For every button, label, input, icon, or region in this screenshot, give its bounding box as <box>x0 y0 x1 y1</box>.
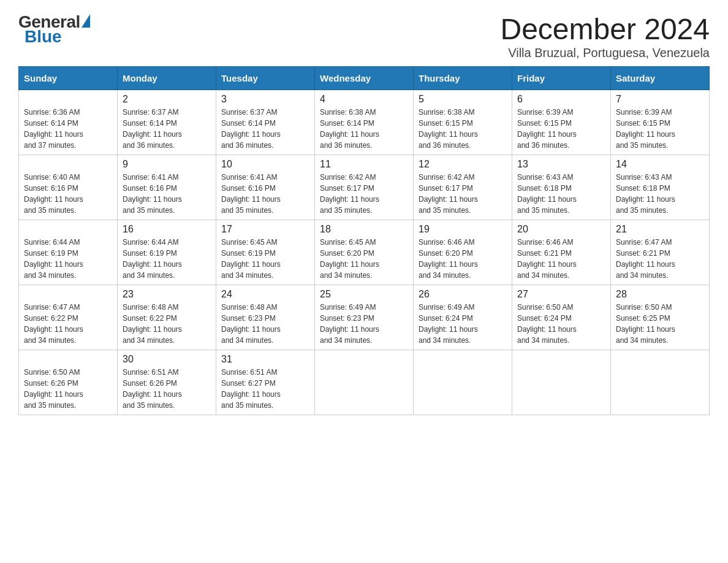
calendar-cell: 3 Sunrise: 6:37 AM Sunset: 6:14 PM Dayli… <box>216 90 315 155</box>
calendar-cell: 27 Sunrise: 6:50 AM Sunset: 6:24 PM Dayl… <box>512 285 611 350</box>
day-number: 6 <box>517 94 605 105</box>
calendar-cell: 14 Sunrise: 6:43 AM Sunset: 6:18 PM Dayl… <box>611 155 710 220</box>
day-number: 15 <box>24 224 112 235</box>
day-info: Sunrise: 6:44 AM Sunset: 6:19 PM Dayligh… <box>24 237 112 281</box>
day-info: Sunrise: 6:49 AM Sunset: 6:24 PM Dayligh… <box>419 302 507 346</box>
calendar-cell: 9 Sunrise: 6:41 AM Sunset: 6:16 PM Dayli… <box>118 155 216 220</box>
day-info: Sunrise: 6:50 AM Sunset: 6:25 PM Dayligh… <box>616 302 704 346</box>
day-number: 18 <box>320 224 408 235</box>
day-info: Sunrise: 6:44 AM Sunset: 6:19 PM Dayligh… <box>123 237 211 281</box>
calendar-cell: 17 Sunrise: 6:45 AM Sunset: 6:19 PM Dayl… <box>216 220 315 285</box>
calendar-cell: 6 Sunrise: 6:39 AM Sunset: 6:15 PM Dayli… <box>512 90 611 155</box>
day-number: 21 <box>616 224 704 235</box>
calendar-week-row: 22 Sunrise: 6:47 AM Sunset: 6:22 PM Dayl… <box>19 285 710 350</box>
day-info: Sunrise: 6:48 AM Sunset: 6:23 PM Dayligh… <box>221 302 309 346</box>
calendar-cell: 21 Sunrise: 6:47 AM Sunset: 6:21 PM Dayl… <box>611 220 710 285</box>
calendar-cell: 8 Sunrise: 6:40 AM Sunset: 6:16 PM Dayli… <box>19 155 118 220</box>
day-number: 5 <box>419 94 507 105</box>
logo-blue-text: Blue <box>25 27 62 47</box>
calendar-cell: 16 Sunrise: 6:44 AM Sunset: 6:19 PM Dayl… <box>118 220 216 285</box>
calendar-table: SundayMondayTuesdayWednesdayThursdayFrid… <box>18 66 710 415</box>
calendar-cell: 25 Sunrise: 6:49 AM Sunset: 6:23 PM Dayl… <box>315 285 414 350</box>
day-number: 30 <box>123 354 211 365</box>
weekday-header-thursday: Thursday <box>414 67 512 90</box>
day-number: 24 <box>221 289 309 300</box>
calendar-cell: 4 Sunrise: 6:38 AM Sunset: 6:14 PM Dayli… <box>315 90 414 155</box>
day-number: 29 <box>24 354 112 365</box>
day-info: Sunrise: 6:39 AM Sunset: 6:15 PM Dayligh… <box>517 107 605 151</box>
day-number: 8 <box>24 159 112 170</box>
day-info: Sunrise: 6:48 AM Sunset: 6:22 PM Dayligh… <box>123 302 211 346</box>
calendar-cell: 26 Sunrise: 6:49 AM Sunset: 6:24 PM Dayl… <box>414 285 512 350</box>
calendar-cell: 30 Sunrise: 6:51 AM Sunset: 6:26 PM Dayl… <box>118 350 216 415</box>
calendar-week-row: 1 Sunrise: 6:36 AM Sunset: 6:14 PM Dayli… <box>19 90 710 155</box>
calendar-cell: 22 Sunrise: 6:47 AM Sunset: 6:22 PM Dayl… <box>19 285 118 350</box>
day-number: 1 <box>24 94 112 105</box>
day-info: Sunrise: 6:50 AM Sunset: 6:24 PM Dayligh… <box>517 302 605 346</box>
day-info: Sunrise: 6:37 AM Sunset: 6:14 PM Dayligh… <box>221 107 309 151</box>
day-info: Sunrise: 6:38 AM Sunset: 6:14 PM Dayligh… <box>320 107 408 151</box>
calendar-cell: 5 Sunrise: 6:38 AM Sunset: 6:15 PM Dayli… <box>414 90 512 155</box>
day-info: Sunrise: 6:39 AM Sunset: 6:15 PM Dayligh… <box>616 107 704 151</box>
day-info: Sunrise: 6:51 AM Sunset: 6:27 PM Dayligh… <box>221 367 309 411</box>
day-number: 9 <box>123 159 211 170</box>
day-number: 27 <box>517 289 605 300</box>
calendar-week-row: 29 Sunrise: 6:50 AM Sunset: 6:26 PM Dayl… <box>19 350 710 415</box>
day-info: Sunrise: 6:36 AM Sunset: 6:14 PM Dayligh… <box>24 107 112 151</box>
calendar-header-row: SundayMondayTuesdayWednesdayThursdayFrid… <box>19 67 710 90</box>
day-number: 19 <box>419 224 507 235</box>
calendar-cell: 2 Sunrise: 6:37 AM Sunset: 6:14 PM Dayli… <box>118 90 216 155</box>
calendar-cell: 1 Sunrise: 6:36 AM Sunset: 6:14 PM Dayli… <box>19 90 118 155</box>
day-number: 3 <box>221 94 309 105</box>
day-number: 2 <box>123 94 211 105</box>
day-info: Sunrise: 6:38 AM Sunset: 6:15 PM Dayligh… <box>419 107 507 151</box>
day-number: 7 <box>616 94 704 105</box>
day-info: Sunrise: 6:37 AM Sunset: 6:14 PM Dayligh… <box>123 107 211 151</box>
month-title: December 2024 <box>500 12 710 46</box>
title-block: December 2024 Villa Bruzual, Portuguesa,… <box>500 12 710 60</box>
day-number: 13 <box>517 159 605 170</box>
calendar-cell <box>512 350 611 415</box>
weekday-header-monday: Monday <box>118 67 216 90</box>
calendar-cell: 10 Sunrise: 6:41 AM Sunset: 6:16 PM Dayl… <box>216 155 315 220</box>
day-number: 22 <box>24 289 112 300</box>
day-number: 17 <box>221 224 309 235</box>
day-info: Sunrise: 6:41 AM Sunset: 6:16 PM Dayligh… <box>123 172 211 216</box>
day-info: Sunrise: 6:47 AM Sunset: 6:21 PM Dayligh… <box>616 237 704 281</box>
calendar-cell: 24 Sunrise: 6:48 AM Sunset: 6:23 PM Dayl… <box>216 285 315 350</box>
day-number: 11 <box>320 159 408 170</box>
weekday-header-wednesday: Wednesday <box>315 67 414 90</box>
day-number: 20 <box>517 224 605 235</box>
day-info: Sunrise: 6:49 AM Sunset: 6:23 PM Dayligh… <box>320 302 408 346</box>
calendar-cell: 15 Sunrise: 6:44 AM Sunset: 6:19 PM Dayl… <box>19 220 118 285</box>
calendar-week-row: 15 Sunrise: 6:44 AM Sunset: 6:19 PM Dayl… <box>19 220 710 285</box>
day-info: Sunrise: 6:42 AM Sunset: 6:17 PM Dayligh… <box>419 172 507 216</box>
calendar-week-row: 8 Sunrise: 6:40 AM Sunset: 6:16 PM Dayli… <box>19 155 710 220</box>
day-info: Sunrise: 6:46 AM Sunset: 6:21 PM Dayligh… <box>517 237 605 281</box>
calendar-cell: 7 Sunrise: 6:39 AM Sunset: 6:15 PM Dayli… <box>611 90 710 155</box>
calendar-cell: 20 Sunrise: 6:46 AM Sunset: 6:21 PM Dayl… <box>512 220 611 285</box>
day-info: Sunrise: 6:50 AM Sunset: 6:26 PM Dayligh… <box>24 367 112 411</box>
day-info: Sunrise: 6:46 AM Sunset: 6:20 PM Dayligh… <box>419 237 507 281</box>
calendar-cell <box>315 350 414 415</box>
calendar-cell: 28 Sunrise: 6:50 AM Sunset: 6:25 PM Dayl… <box>611 285 710 350</box>
logo: General Blue <box>18 12 90 47</box>
calendar-cell: 12 Sunrise: 6:42 AM Sunset: 6:17 PM Dayl… <box>414 155 512 220</box>
day-info: Sunrise: 6:40 AM Sunset: 6:16 PM Dayligh… <box>24 172 112 216</box>
day-number: 4 <box>320 94 408 105</box>
calendar-cell: 18 Sunrise: 6:45 AM Sunset: 6:20 PM Dayl… <box>315 220 414 285</box>
day-info: Sunrise: 6:45 AM Sunset: 6:19 PM Dayligh… <box>221 237 309 281</box>
day-number: 10 <box>221 159 309 170</box>
day-info: Sunrise: 6:51 AM Sunset: 6:26 PM Dayligh… <box>123 367 211 411</box>
day-info: Sunrise: 6:42 AM Sunset: 6:17 PM Dayligh… <box>320 172 408 216</box>
weekday-header-sunday: Sunday <box>19 67 118 90</box>
day-number: 31 <box>221 354 309 365</box>
page-header: General Blue December 2024 Villa Bruzual… <box>18 12 710 60</box>
calendar-cell <box>414 350 512 415</box>
day-number: 23 <box>123 289 211 300</box>
calendar-cell: 13 Sunrise: 6:43 AM Sunset: 6:18 PM Dayl… <box>512 155 611 220</box>
calendar-cell: 11 Sunrise: 6:42 AM Sunset: 6:17 PM Dayl… <box>315 155 414 220</box>
day-info: Sunrise: 6:47 AM Sunset: 6:22 PM Dayligh… <box>24 302 112 346</box>
day-info: Sunrise: 6:43 AM Sunset: 6:18 PM Dayligh… <box>517 172 605 216</box>
weekday-header-friday: Friday <box>512 67 611 90</box>
